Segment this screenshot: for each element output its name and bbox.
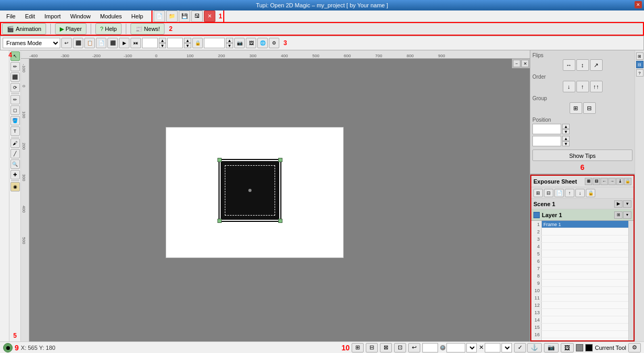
handle-top-left[interactable] [217, 158, 222, 162]
frame-cell[interactable] [542, 338, 628, 340]
tb3-export2[interactable]: 🖼 [246, 38, 256, 48]
zoom-tool-button[interactable]: 🔍 [10, 159, 20, 169]
frame-cell[interactable] [542, 280, 628, 286]
brush-tool-button[interactable]: 🖌 [10, 138, 20, 148]
panel-icon1[interactable]: ⊞ [636, 52, 643, 60]
frame-row[interactable]: 10 [531, 287, 628, 294]
layer-add-btn[interactable]: ⊞ [614, 211, 623, 219]
frame-spin-up[interactable]: ▲ [159, 38, 166, 43]
frame-cell[interactable] [542, 331, 628, 338]
new-button[interactable]: 📄 [154, 10, 165, 22]
tab-player[interactable]: ▶ Player [55, 23, 86, 35]
show-tips-button[interactable]: Show Tips [532, 149, 632, 161]
exp-tb-btn4[interactable]: ↑ [565, 189, 574, 197]
status-extra-btn1[interactable]: 📷 [544, 343, 559, 352]
frame-row[interactable]: 1Frame 1 [531, 221, 628, 228]
menu-window[interactable]: Window [66, 12, 95, 20]
status-grid-btn2[interactable]: ⊟ [366, 343, 378, 352]
frame-cell[interactable] [542, 236, 628, 242]
line-tool-button[interactable]: ╱ [10, 149, 20, 158]
frame-value2[interactable]: 1 [167, 38, 183, 48]
frame-cell[interactable] [542, 302, 628, 308]
menu-modules[interactable]: Modules [96, 12, 126, 20]
frame-cell[interactable] [542, 228, 628, 235]
tb3-export1[interactable]: 📷 [234, 38, 245, 48]
x-spin-down[interactable]: ▼ [562, 129, 570, 134]
status-grid-btn1[interactable]: ⊞ [352, 343, 364, 352]
frame-cell[interactable] [542, 324, 628, 330]
group-button[interactable]: ⊞ [570, 102, 582, 114]
close-file-button[interactable]: ✕ [204, 10, 215, 22]
tb3-btn7[interactable]: ⏭ [130, 38, 141, 48]
draw-tool-button[interactable]: ✏ [10, 62, 20, 71]
status-grid-btn3[interactable]: ⊠ [380, 343, 392, 352]
frame-row[interactable]: 9 [531, 280, 628, 287]
snap-btn1[interactable]: ✓ [514, 343, 526, 352]
exp-tb-btn5[interactable]: ↓ [575, 189, 585, 197]
y-spin-up[interactable]: ▲ [562, 136, 570, 141]
color-picker-button[interactable]: ◉ [10, 182, 20, 191]
handle-top-right[interactable] [278, 158, 282, 162]
save-as-button[interactable]: 🖫 [191, 10, 203, 22]
frames-mode-select[interactable]: Frames Mode [3, 38, 60, 48]
frame2-spin-up[interactable]: ▲ [184, 38, 191, 43]
menu-import[interactable]: Import [40, 12, 65, 20]
frame-cell[interactable] [542, 243, 628, 250]
move-tool-button[interactable]: ✚ [10, 170, 20, 179]
frames-list[interactable]: 1Frame 123456789101112131415161718192021… [531, 221, 628, 340]
flip-rotate-button[interactable]: ↗ [590, 59, 603, 71]
frame-row[interactable]: 13 [531, 309, 628, 316]
transform-tool-button[interactable]: ⟳ [10, 83, 20, 92]
frame2-spin-down[interactable]: ▼ [184, 43, 191, 48]
frame-value1[interactable]: 2 [142, 38, 158, 48]
frame-row[interactable]: 11 [531, 294, 628, 302]
frame-cell[interactable] [542, 294, 628, 301]
frame-row[interactable]: 15 [531, 324, 628, 331]
layer-menu-btn[interactable]: ▾ [623, 211, 631, 219]
menu-file[interactable]: File [2, 12, 20, 20]
status-undo-btn[interactable]: ↩ [408, 343, 420, 352]
menu-help[interactable]: Help [127, 12, 148, 20]
frame-row[interactable]: 14 [531, 316, 628, 324]
record-button[interactable]: ⏺ [3, 343, 13, 352]
shape-tool-button[interactable]: ⬛ [10, 72, 20, 82]
exp-tb-btn2[interactable]: ⊟ [544, 189, 553, 197]
y-position-input[interactable]: 145 [532, 136, 561, 146]
frame-row[interactable]: 5 [531, 250, 628, 258]
frame-row[interactable]: 17 [531, 338, 628, 340]
panel-icon3[interactable]: ? [636, 69, 643, 77]
tab-help[interactable]: ? Help [95, 23, 122, 35]
order-back-button[interactable]: ↑ [576, 81, 589, 92]
tab-animation[interactable]: 🎬 Animation [2, 23, 46, 35]
canvas-close-button[interactable]: ✕ [521, 60, 529, 67]
save-button[interactable]: 💾 [179, 10, 190, 22]
frame-cell[interactable] [542, 287, 628, 294]
exp-hdr-lock[interactable]: 🔒 [624, 178, 631, 185]
exp-hdr-dock[interactable]: ⤓ [616, 178, 624, 185]
tab-news[interactable]: 📰 News! [130, 23, 165, 35]
scene-play-btn[interactable]: ▶ [614, 200, 623, 208]
frame-cell[interactable] [542, 272, 628, 279]
status-grid-btn4[interactable]: ⊡ [394, 343, 406, 352]
exposure-scrollbar[interactable] [628, 221, 634, 340]
exp-hdr-pin-right[interactable]: → [608, 178, 616, 185]
x-coord-select[interactable] [501, 343, 512, 352]
exp-hdr-btn1[interactable]: ⊞ [585, 178, 592, 185]
frame-cell[interactable]: Frame 1 [542, 221, 628, 228]
flip-horizontal-button[interactable]: ↔ [563, 59, 575, 71]
tb3-btn6[interactable]: ▶ [119, 38, 129, 48]
frame-cell[interactable] [542, 258, 628, 264]
tb3-btn3[interactable]: 📋 [84, 38, 95, 48]
open-button[interactable]: 📁 [166, 10, 178, 22]
frame-spin-down[interactable]: ▼ [159, 43, 166, 48]
frame-row[interactable]: 3 [531, 236, 628, 243]
order-forward-button[interactable]: ↑↑ [590, 81, 603, 92]
handle-bottom-right[interactable] [278, 219, 282, 223]
scene-menu-btn[interactable]: ▾ [623, 200, 631, 208]
frame-row[interactable]: 4 [531, 243, 628, 250]
lock-icon[interactable]: 🔒 [192, 38, 203, 48]
text-tool-button[interactable]: T [10, 126, 20, 136]
status-tool-options[interactable]: ⚙ [628, 343, 641, 352]
exp-hdr-btn2[interactable]: ⊟ [593, 178, 600, 185]
frame-row[interactable]: 12 [531, 302, 628, 309]
